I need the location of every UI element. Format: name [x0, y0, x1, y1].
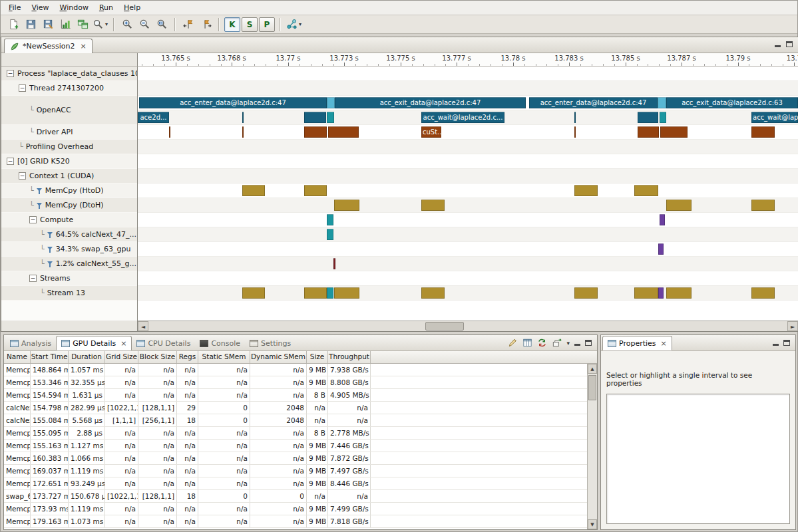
- collapse-icon[interactable]: −: [29, 216, 37, 223]
- timeline-bar[interactable]: [327, 287, 333, 299]
- profile-application-button[interactable]: [57, 17, 73, 33]
- tree-row-process-laplace-data-clauses[interactable]: −Process "laplace_data_clauses 10...: [1, 66, 137, 81]
- timeline-bar[interactable]: [327, 112, 334, 123]
- new-session-button[interactable]: [5, 17, 21, 33]
- menu-run[interactable]: Run: [94, 1, 118, 14]
- vscroll-thumb[interactable]: [588, 375, 596, 400]
- tree-row-memcpy-dtoh[interactable]: └MemCpy (DtoH): [1, 198, 137, 213]
- timeline-bar[interactable]: [658, 97, 666, 108]
- table-row[interactable]: Memcpy148.864 ms1.057 msn/an/an/an/an/a9…: [4, 364, 587, 376]
- collapse-icon[interactable]: −: [19, 172, 26, 180]
- column-header-dynamic-smem[interactable]: Dynamic SMem: [250, 351, 307, 363]
- timeline-bar[interactable]: [304, 287, 327, 299]
- collapse-icon[interactable]: −: [7, 70, 14, 77]
- timeline-bar[interactable]: [327, 229, 333, 240]
- timeline-bar[interactable]: [327, 214, 333, 225]
- table-row[interactable]: calcNext155.084 ms5.568 µs[1,1,1][256,1,…: [4, 414, 587, 427]
- menu-window[interactable]: Window: [55, 1, 94, 14]
- zoom-fit-button[interactable]: [154, 17, 170, 33]
- column-header-block-size[interactable]: Block Size: [138, 351, 177, 363]
- timeline-bar[interactable]: [751, 126, 775, 138]
- minimize-icon[interactable]: [773, 344, 779, 346]
- collapse-icon[interactable]: −: [29, 275, 37, 282]
- tab-console[interactable]: Console: [195, 336, 245, 350]
- table-row[interactable]: calcNext154.798 ms282.99 µs[1022,1,1][12…: [4, 402, 587, 414]
- collapse-icon[interactable]: −: [19, 84, 26, 92]
- tree-row-0-grid-k520[interactable]: −[0] GRID K520: [1, 154, 137, 169]
- tab-gpu-details[interactable]: GPU Details×: [56, 336, 132, 350]
- table-row[interactable]: Memcpy160.383 ms1.066 msn/an/an/an/an/a9…: [4, 452, 587, 465]
- tree-row-memcpy-htod[interactable]: └MemCpy (HtoD): [1, 184, 137, 198]
- timeline-bar[interactable]: [574, 126, 576, 138]
- timeline-bar[interactable]: [304, 112, 326, 123]
- timeline-bar[interactable]: [634, 287, 658, 299]
- timeline-bar[interactable]: [666, 287, 692, 299]
- timeline-bar[interactable]: [242, 112, 244, 123]
- table-vscrollbar[interactable]: ▲ ▼: [587, 364, 597, 529]
- maximize-icon[interactable]: [585, 340, 592, 346]
- timeline-bar[interactable]: [242, 185, 265, 196]
- column-header-grid-size[interactable]: Grid Size: [105, 351, 138, 363]
- stream-filter-toggle[interactable]: S: [242, 17, 258, 32]
- table-row[interactable]: Memcpy155.095 ms2.88 µsn/an/an/an/an/a8 …: [4, 427, 587, 440]
- tab-analysis[interactable]: Analysis: [5, 336, 56, 350]
- timeline-bar[interactable]: acc_exit_data@laplace2d.c:47: [335, 97, 526, 108]
- timeline-bar[interactable]: acc_enter_data@laplace2d.c:47: [529, 97, 658, 108]
- columns-icon[interactable]: [522, 338, 532, 348]
- minimize-icon[interactable]: [775, 45, 781, 47]
- timeline-bar[interactable]: [638, 126, 659, 138]
- table-row[interactable]: Memcpy179.163 ms1.073 msn/an/an/an/an/a9…: [4, 515, 587, 528]
- column-header-name[interactable]: Name: [4, 351, 31, 363]
- zoom-in-button[interactable]: [119, 17, 135, 33]
- timeline-bar[interactable]: [751, 200, 775, 211]
- compare-sessions-button[interactable]: [75, 17, 91, 33]
- timeline-bar[interactable]: acc_enter_data@laplace2d.c:47: [139, 97, 327, 108]
- process-filter-toggle[interactable]: P: [259, 17, 275, 32]
- timeline-bar[interactable]: [658, 243, 664, 255]
- table-row[interactable]: Memcpy173.93 ms1.119 msn/an/an/an/an/a9 …: [4, 503, 587, 515]
- menu-help[interactable]: Help: [118, 1, 146, 14]
- tab-cpu-details[interactable]: CPU Details: [132, 336, 195, 350]
- timeline-bar[interactable]: [574, 112, 576, 123]
- column-header-size[interactable]: Size: [307, 351, 328, 363]
- timeline-bar[interactable]: [304, 126, 327, 138]
- timeline-bar[interactable]: [658, 287, 664, 299]
- column-header-static-smem[interactable]: Static SMem: [198, 351, 250, 363]
- maximize-icon[interactable]: [786, 41, 793, 47]
- tree-row-thread-2741307200[interactable]: −Thread 2741307200: [1, 81, 137, 96]
- table-row[interactable]: Memcpy154.594 ms1.631 µsn/an/an/an/an/a8…: [4, 389, 587, 402]
- timeline-bar[interactable]: [666, 200, 692, 211]
- menu-view[interactable]: View: [26, 1, 54, 14]
- timeline-bar[interactable]: ace2d...: [138, 112, 169, 123]
- table-row[interactable]: Memcpy169.037 ms1.119 msn/an/an/an/an/a9…: [4, 465, 587, 477]
- timeline-bar[interactable]: [304, 185, 327, 196]
- timeline-bar[interactable]: [327, 97, 335, 108]
- close-icon[interactable]: ×: [661, 339, 667, 348]
- timeline-bar[interactable]: [634, 185, 658, 196]
- export-icon[interactable]: [552, 338, 562, 348]
- timeline-bar[interactable]: [333, 258, 335, 269]
- sync-icon[interactable]: [537, 338, 547, 348]
- timeline-bar[interactable]: [751, 287, 775, 299]
- timeline-bar[interactable]: [421, 200, 445, 211]
- tree-row-1-2-calcnext-55-g[interactable]: └1.2% calcNext_55_g...: [1, 257, 137, 271]
- column-header-duration[interactable]: Duration: [69, 351, 105, 363]
- collapse-icon[interactable]: −: [7, 158, 14, 165]
- maximize-icon[interactable]: [783, 340, 790, 346]
- column-header-start-time[interactable]: Start Time: [31, 351, 69, 363]
- timeline-bar[interactable]: acc_exit_data@laplace2d.c:63: [666, 97, 798, 108]
- tab-newsession2[interactable]: *NewSession2 ×: [4, 39, 93, 53]
- tree-row-64-5-calcnext-47[interactable]: └64.5% calcNext_47_...: [1, 227, 137, 242]
- column-header-regs[interactable]: Regs: [177, 351, 198, 363]
- zoom-out-button[interactable]: [136, 17, 152, 33]
- timeline-bar[interactable]: [242, 126, 244, 138]
- timeline-bar[interactable]: [660, 126, 688, 138]
- tree-row-openacc[interactable]: └OpenACC: [1, 96, 137, 125]
- hscroll-thumb[interactable]: [425, 322, 464, 331]
- hscroll-track[interactable]: [148, 321, 787, 331]
- prev-marker-button[interactable]: [180, 17, 196, 33]
- view-menu-icon[interactable]: ▾: [566, 340, 570, 346]
- run-analysis-button[interactable]: ▾: [286, 17, 302, 33]
- tab-settings[interactable]: Settings: [245, 336, 296, 350]
- search-button[interactable]: ▾: [92, 17, 108, 33]
